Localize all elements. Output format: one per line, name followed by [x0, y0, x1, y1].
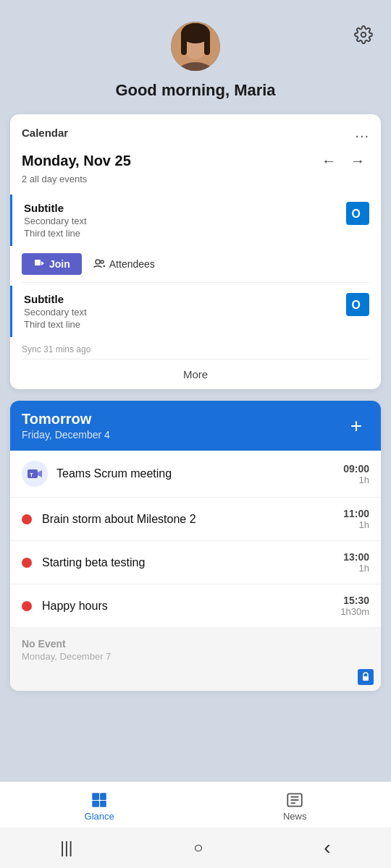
more-button[interactable]: More — [10, 359, 381, 389]
svg-rect-17 — [363, 676, 369, 681]
divider-1 — [22, 282, 369, 283]
tomorrow-header-text: Tomorrow Friday, December 4 — [22, 411, 110, 441]
event-1-third: Third text line — [24, 228, 346, 239]
greeting-text: Good morning, Maria — [115, 81, 275, 100]
calendar-nav: ← → — [317, 151, 369, 171]
svg-rect-19 — [100, 793, 106, 800]
event-1-content: Subtitle Secondary text Third text line — [24, 202, 346, 239]
lock-icon — [358, 669, 374, 685]
svg-marker-15 — [38, 470, 42, 477]
settings-icon[interactable] — [350, 22, 377, 48]
event-1-secondary: Secondary text — [24, 216, 346, 226]
agenda-dot-2 — [22, 558, 32, 568]
no-event-footer — [10, 666, 381, 691]
home-button[interactable]: ○ — [179, 833, 217, 863]
agenda-time-3: 15:30 1h30m — [340, 595, 369, 617]
agenda-time-2: 13:00 1h — [343, 551, 369, 574]
join-button[interactable]: Join — [22, 253, 82, 275]
back-button[interactable]: ‹ — [309, 830, 345, 865]
event-2-third: Third text line — [24, 319, 346, 330]
svg-point-0 — [361, 33, 366, 38]
nav-news-label: News — [283, 811, 307, 822]
agenda-item-1[interactable]: Brain storm about Milestone 2 11:00 1h — [10, 498, 381, 541]
calendar-date-row: Monday, Nov 25 ← → — [10, 144, 381, 174]
tomorrow-title: Tomorrow — [22, 411, 110, 427]
calendar-date: Monday, Nov 25 — [22, 153, 131, 169]
calendar-more-button[interactable]: ... — [355, 124, 369, 141]
svg-marker-10 — [41, 261, 44, 265]
teams-icon: T — [22, 461, 48, 487]
system-nav: ||| ○ ‹ — [0, 827, 391, 868]
event-1-actions: Join Attendees — [10, 249, 381, 282]
agenda-text-0: Teams Scrum meeting — [56, 467, 343, 480]
header: Good morning, Maria — [0, 0, 391, 114]
event-1-title: Subtitle — [24, 202, 346, 214]
menu-button[interactable]: ||| — [46, 833, 87, 863]
nav-glance-label: Glance — [85, 811, 114, 822]
calendar-event-2: Subtitle Secondary text Third text line … — [10, 286, 381, 337]
event-2-secondary: Secondary text — [24, 307, 346, 318]
calendar-event-1: Subtitle Secondary text Third text line … — [10, 195, 381, 246]
no-event-date: Monday, December 7 — [22, 651, 369, 662]
agenda-time-1: 11:00 1h — [343, 508, 369, 530]
prev-arrow[interactable]: ← — [317, 151, 340, 171]
agenda-item-0[interactable]: T Teams Scrum meeting 09:00 1h — [10, 451, 381, 498]
sync-text: Sync 31 mins ago — [10, 340, 381, 359]
svg-rect-18 — [92, 793, 99, 800]
bottom-nav: Glance News — [0, 781, 391, 827]
no-event-label: No Event — [22, 638, 369, 650]
next-arrow[interactable]: → — [346, 151, 369, 171]
tomorrow-header: Tomorrow Friday, December 4 + — [10, 401, 381, 451]
agenda-time-0: 09:00 1h — [343, 463, 369, 485]
agenda-dot-3 — [22, 601, 32, 611]
all-day-events-text: 2 all day events — [10, 174, 381, 192]
tomorrow-subtitle: Friday, December 4 — [22, 429, 110, 441]
calendar-card-header: Calendar ... — [10, 114, 381, 144]
calendar-section-title: Calendar — [22, 127, 68, 139]
svg-point-6 — [181, 23, 210, 43]
outlook-icon-1: O — [346, 202, 369, 225]
agenda-dot-1 — [22, 514, 32, 524]
svg-rect-21 — [100, 801, 106, 807]
agenda-text-1: Brain storm about Milestone 2 — [42, 513, 343, 526]
agenda-text-2: Starting beta testing — [42, 556, 343, 569]
no-event-section: No Event Monday, December 7 — [10, 628, 381, 666]
agenda-item-3[interactable]: Happy hours 15:30 1h30m — [10, 584, 381, 628]
event-2-content: Subtitle Secondary text Third text line — [24, 293, 346, 330]
outlook-icon-2: O — [346, 293, 369, 316]
avatar — [171, 22, 220, 71]
svg-rect-9 — [35, 260, 41, 265]
calendar-card: Calendar ... Monday, Nov 25 ← → 2 all da… — [10, 114, 381, 389]
event-2-title: Subtitle — [24, 293, 346, 305]
svg-point-11 — [96, 260, 100, 264]
svg-rect-20 — [92, 801, 99, 807]
svg-text:O: O — [351, 208, 360, 220]
tomorrow-card: Tomorrow Friday, December 4 + T Teams Sc… — [10, 401, 381, 691]
agenda-text-3: Happy hours — [42, 600, 340, 613]
svg-text:T: T — [30, 472, 33, 478]
nav-item-glance[interactable]: Glance — [70, 788, 129, 825]
svg-point-12 — [101, 260, 104, 263]
attendees-button[interactable]: Attendees — [91, 253, 158, 275]
nav-item-news[interactable]: News — [269, 788, 321, 825]
svg-text:O: O — [351, 299, 360, 311]
agenda-item-2[interactable]: Starting beta testing 13:00 1h — [10, 541, 381, 584]
add-event-button[interactable]: + — [343, 413, 369, 439]
